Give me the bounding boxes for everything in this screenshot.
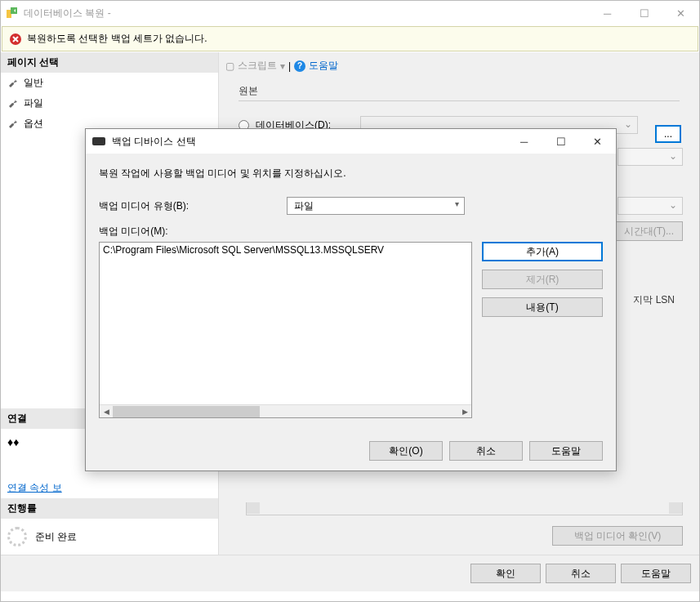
- media-label: 백업 미디어(M):: [99, 225, 603, 239]
- timeline-button[interactable]: 시간대(T)...: [615, 221, 683, 241]
- help-button[interactable]: ? 도움말: [294, 59, 338, 73]
- main-cancel-button[interactable]: 취소: [546, 564, 616, 583]
- main-footer-buttons: 확인 취소 도움말: [1, 555, 699, 591]
- minimize-button[interactable]: ─: [589, 1, 626, 25]
- sidebar-label: 파일: [24, 96, 43, 110]
- media-path-item[interactable]: C:\Program Files\Microsoft SQL Server\MS…: [100, 243, 471, 404]
- main-window-controls: ─ ☐ ✕: [589, 1, 699, 25]
- sidebar-label: 일반: [24, 76, 43, 90]
- media-action-buttons: 추가(A) 제거(R) 내용(T): [482, 242, 603, 418]
- modal-help-button[interactable]: 도움말: [529, 441, 603, 461]
- main-titlebar: 데이터베이스 복원 - ─ ☐ ✕: [1, 1, 699, 25]
- modal-title: 백업 디바이스 선택: [112, 135, 506, 149]
- sidebar-item-general[interactable]: 일반: [1, 73, 218, 93]
- modal-controls: ─ ☐ ✕: [506, 129, 616, 154]
- wrench-icon: [7, 98, 19, 109]
- scroll-left-icon[interactable]: ◀: [100, 405, 113, 418]
- modal-cancel-button[interactable]: 취소: [449, 441, 523, 461]
- modal-ok-button[interactable]: 확인(O): [369, 441, 443, 461]
- warning-banner: 복원하도록 선택한 백업 세트가 없습니다.: [2, 26, 698, 51]
- source-label: 원본: [239, 85, 258, 96]
- modal-body: 복원 작업에 사용할 백업 미디어 및 위치를 지정하십시오. 백업 미디어 유…: [86, 154, 616, 431]
- modal-minimize-button[interactable]: ─: [506, 129, 542, 154]
- media-row: C:\Program Files\Microsoft SQL Server\MS…: [99, 242, 603, 418]
- page-select-header: 페이지 선택: [1, 52, 218, 73]
- source-group: 원본: [239, 84, 680, 101]
- maximize-button[interactable]: ☐: [626, 1, 662, 25]
- app-icon: [6, 7, 19, 20]
- scroll-right-icon[interactable]: ▶: [458, 405, 471, 418]
- wrench-icon: [7, 118, 19, 130]
- panel-toolbar: ▢ 스크립트 ▾ | ? 도움말: [222, 56, 696, 76]
- dropdown-icon: ▾: [280, 60, 285, 72]
- add-button[interactable]: 추가(A): [482, 242, 603, 261]
- device-db-combo[interactable]: [618, 148, 683, 166]
- contents-button[interactable]: 내용(T): [482, 297, 603, 317]
- progress-content: 준비 완료: [1, 519, 218, 555]
- progress-spinner-icon: [7, 527, 27, 546]
- progress-header: 진행률: [1, 498, 218, 519]
- sidebar-item-files[interactable]: 파일: [1, 93, 218, 114]
- sidebar-label: 옵션: [24, 117, 43, 131]
- media-type-label: 백업 미디어 유형(B):: [99, 199, 287, 213]
- server-icon: ♦♦: [7, 435, 19, 448]
- main-ok-button[interactable]: 확인: [470, 564, 541, 583]
- progress-status: 준비 완료: [35, 530, 77, 544]
- verify-media-button[interactable]: 백업 미디어 확인(V): [552, 526, 683, 546]
- grid-horizontal-scrollbar[interactable]: [246, 502, 683, 515]
- close-button[interactable]: ✕: [662, 1, 699, 25]
- listbox-scrollbar[interactable]: ◀ ▶: [100, 404, 471, 417]
- connection-properties-link[interactable]: 연결 속성 보: [1, 478, 218, 498]
- warning-text: 복원하도록 선택한 백업 세트가 없습니다.: [27, 32, 207, 46]
- modal-titlebar: 백업 디바이스 선택 ─ ☐ ✕: [86, 129, 616, 154]
- lsn-column-label: 지막 LSN: [633, 293, 675, 307]
- scroll-thumb[interactable]: [113, 406, 260, 417]
- backup-device-dialog: 백업 디바이스 선택 ─ ☐ ✕ 복원 작업에 사용할 백업 미디어 및 위치를…: [85, 128, 617, 471]
- device-icon: [92, 137, 105, 145]
- main-help-button[interactable]: 도움말: [621, 564, 691, 583]
- modal-description: 복원 작업에 사용할 백업 미디어 및 위치를 지정하십시오.: [99, 167, 603, 181]
- error-icon: [9, 33, 22, 46]
- media-type-select[interactable]: 파일: [287, 197, 465, 215]
- main-title: 데이터베이스 복원 -: [24, 7, 589, 20]
- destination-combo[interactable]: [618, 197, 683, 215]
- wrench-icon: [7, 78, 19, 89]
- browse-device-button[interactable]: ...: [655, 125, 681, 143]
- modal-close-button[interactable]: ✕: [579, 129, 616, 154]
- script-icon: ▢: [225, 60, 234, 72]
- script-button[interactable]: ▢ 스크립트 ▾: [225, 59, 285, 73]
- modal-maximize-button[interactable]: ☐: [542, 129, 579, 154]
- media-type-row: 백업 미디어 유형(B): 파일: [99, 197, 603, 215]
- media-listbox[interactable]: C:\Program Files\Microsoft SQL Server\MS…: [99, 242, 472, 418]
- help-icon: ?: [294, 60, 305, 72]
- modal-footer: 확인(O) 취소 도움말: [86, 431, 616, 470]
- remove-button[interactable]: 제거(R): [482, 270, 603, 289]
